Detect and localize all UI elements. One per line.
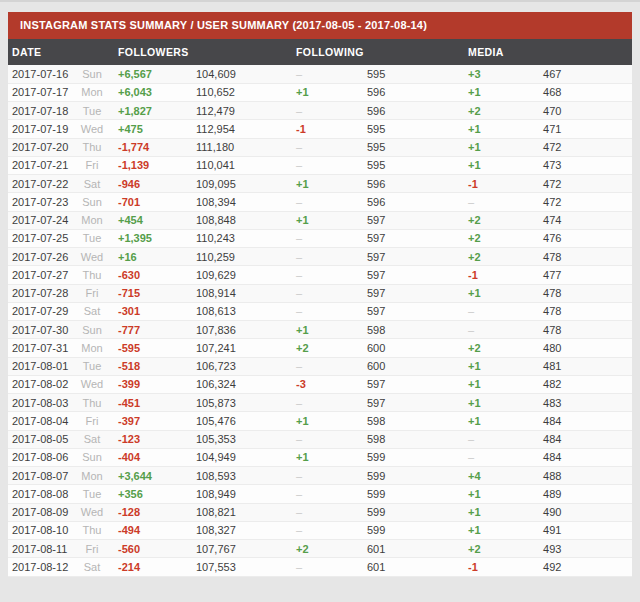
day-of-week-cell: Fri — [72, 156, 112, 174]
followers-total-cell: 106,324 — [190, 375, 290, 393]
following-total-cell: 598 — [361, 412, 462, 430]
day-of-week-cell: Thu — [72, 266, 112, 284]
followers-total-cell: 105,353 — [190, 430, 290, 448]
day-of-week-cell: Sat — [72, 175, 112, 193]
following-change-cell: – — [290, 503, 361, 521]
media-total-cell: 471 — [537, 120, 632, 138]
day-of-week-cell: Sat — [72, 430, 112, 448]
table-row: 2017-07-16 Sun +6,567 104,609 – 595 +3 4… — [8, 65, 632, 83]
day-of-week-cell: Sun — [72, 193, 112, 211]
followers-change-cell: +6,043 — [112, 83, 190, 101]
date-cell: 2017-08-05 — [8, 430, 72, 448]
day-of-week-cell: Mon — [72, 467, 112, 485]
followers-total-cell: 111,180 — [190, 138, 290, 156]
day-of-week-cell: Wed — [72, 120, 112, 138]
date-cell: 2017-08-11 — [8, 540, 72, 558]
followers-change-cell: -518 — [112, 357, 190, 375]
media-change-cell: +2 — [462, 211, 537, 229]
following-change-cell: – — [290, 65, 361, 83]
table-body: 2017-07-16 Sun +6,567 104,609 – 595 +3 4… — [8, 65, 632, 576]
media-change-cell: +1 — [462, 412, 537, 430]
media-change-cell: +1 — [462, 521, 537, 539]
table-row: 2017-07-24 Mon +454 108,848 +1 597 +2 47… — [8, 211, 632, 229]
header-row: DATE FOLLOWERS FOLLOWING MEDIA — [8, 39, 632, 65]
date-cell: 2017-08-01 — [8, 357, 72, 375]
date-cell: 2017-08-03 — [8, 394, 72, 412]
column-header-following: FOLLOWING — [290, 39, 462, 65]
media-change-cell: +2 — [462, 102, 537, 120]
media-total-cell: 484 — [537, 430, 632, 448]
date-cell: 2017-07-23 — [8, 193, 72, 211]
media-total-cell: 476 — [537, 229, 632, 247]
following-change-cell: – — [290, 229, 361, 247]
day-of-week-cell: Mon — [72, 83, 112, 101]
followers-total-cell: 107,553 — [190, 558, 290, 576]
table-row: 2017-08-06 Sun -404 104,949 +1 599 – 484 — [8, 448, 632, 466]
table-row: 2017-08-01 Tue -518 106,723 – 600 +1 481 — [8, 357, 632, 375]
followers-total-cell: 104,609 — [190, 65, 290, 83]
followers-change-cell: +3,644 — [112, 467, 190, 485]
media-change-cell: +1 — [462, 394, 537, 412]
table-row: 2017-07-30 Sun -777 107,836 +1 598 – 478 — [8, 321, 632, 339]
column-header-media: MEDIA — [462, 39, 632, 65]
following-change-cell: +2 — [290, 339, 361, 357]
following-change-cell: +1 — [290, 175, 361, 193]
media-change-cell: +1 — [462, 503, 537, 521]
table-row: 2017-07-21 Fri -1,139 110,041 – 595 +1 4… — [8, 156, 632, 174]
media-total-cell: 492 — [537, 558, 632, 576]
followers-change-cell: -214 — [112, 558, 190, 576]
followers-change-cell: -123 — [112, 430, 190, 448]
followers-change-cell: -494 — [112, 521, 190, 539]
followers-change-cell: -715 — [112, 284, 190, 302]
media-total-cell: 472 — [537, 138, 632, 156]
media-total-cell: 478 — [537, 321, 632, 339]
date-cell: 2017-07-24 — [8, 211, 72, 229]
following-total-cell: 597 — [361, 211, 462, 229]
followers-total-cell: 105,873 — [190, 394, 290, 412]
following-change-cell: – — [290, 138, 361, 156]
followers-total-cell: 106,723 — [190, 357, 290, 375]
followers-change-cell: -399 — [112, 375, 190, 393]
media-total-cell: 482 — [537, 375, 632, 393]
media-total-cell: 472 — [537, 193, 632, 211]
followers-total-cell: 105,476 — [190, 412, 290, 430]
following-change-cell: +1 — [290, 412, 361, 430]
followers-change-cell: +16 — [112, 248, 190, 266]
media-total-cell: 478 — [537, 284, 632, 302]
following-total-cell: 595 — [361, 156, 462, 174]
media-change-cell: +1 — [462, 357, 537, 375]
following-total-cell: 601 — [361, 540, 462, 558]
date-cell: 2017-08-08 — [8, 485, 72, 503]
following-total-cell: 595 — [361, 65, 462, 83]
day-of-week-cell: Wed — [72, 375, 112, 393]
media-change-cell: – — [462, 448, 537, 466]
table-row: 2017-07-31 Mon -595 107,241 +2 600 +2 48… — [8, 339, 632, 357]
table-row: 2017-07-19 Wed +475 112,954 -1 595 +1 47… — [8, 120, 632, 138]
following-total-cell: 596 — [361, 83, 462, 101]
media-change-cell: – — [462, 193, 537, 211]
following-change-cell: – — [290, 521, 361, 539]
media-change-cell: +1 — [462, 485, 537, 503]
column-header-date: DATE — [8, 39, 112, 65]
table-row: 2017-08-07 Mon +3,644 108,593 – 599 +4 4… — [8, 467, 632, 485]
media-total-cell: 470 — [537, 102, 632, 120]
column-header-followers: FOLLOWERS — [112, 39, 290, 65]
media-change-cell: – — [462, 430, 537, 448]
day-of-week-cell: Tue — [72, 357, 112, 375]
media-total-cell: 484 — [537, 448, 632, 466]
date-cell: 2017-08-06 — [8, 448, 72, 466]
media-total-cell: 467 — [537, 65, 632, 83]
table-row: 2017-07-18 Tue +1,827 112,479 – 596 +2 4… — [8, 102, 632, 120]
date-cell: 2017-08-12 — [8, 558, 72, 576]
following-total-cell: 599 — [361, 467, 462, 485]
table-row: 2017-08-10 Thu -494 108,327 – 599 +1 491 — [8, 521, 632, 539]
media-total-cell: 478 — [537, 302, 632, 320]
day-of-week-cell: Sat — [72, 302, 112, 320]
followers-total-cell: 110,652 — [190, 83, 290, 101]
day-of-week-cell: Thu — [72, 521, 112, 539]
following-change-cell: +1 — [290, 321, 361, 339]
following-total-cell: 601 — [361, 558, 462, 576]
followers-change-cell: -595 — [112, 339, 190, 357]
day-of-week-cell: Mon — [72, 211, 112, 229]
table-row: 2017-07-28 Fri -715 108,914 – 597 +1 478 — [8, 284, 632, 302]
